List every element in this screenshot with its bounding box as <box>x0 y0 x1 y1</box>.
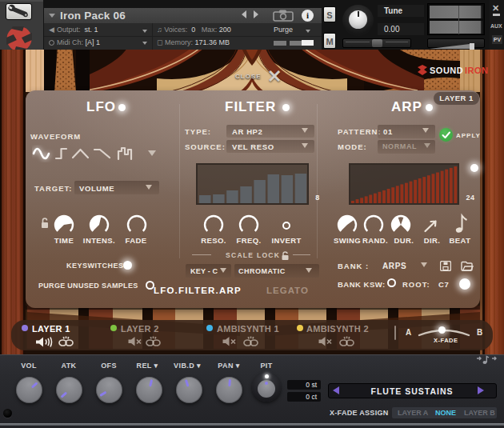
svg-text:IRON: IRON <box>465 66 489 75</box>
svg-text:SOUND: SOUND <box>430 66 463 75</box>
